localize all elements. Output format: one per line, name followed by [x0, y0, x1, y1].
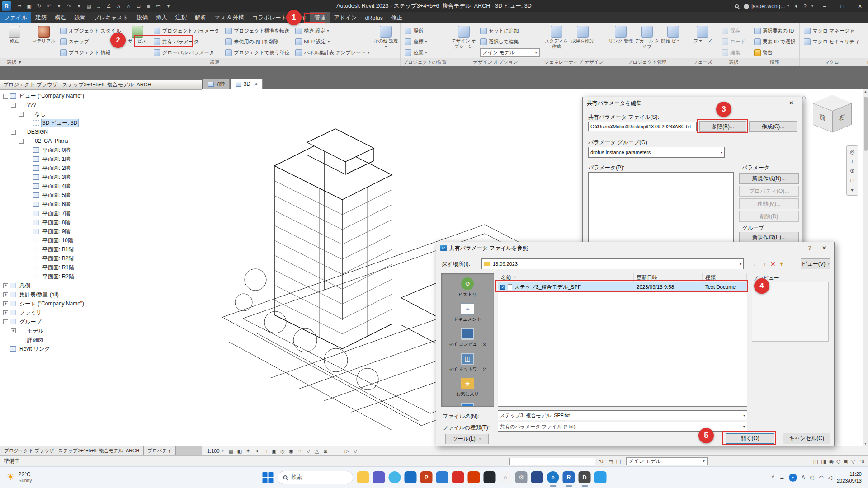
ribbon-button[interactable]: 場所 — [402, 26, 429, 36]
cancel-button[interactable]: キャンセル(C) — [783, 433, 830, 444]
taskbar-clock[interactable]: 11:20 2023/09/13 — [837, 471, 862, 484]
place-my-computer[interactable]: マイ コンピュータ — [441, 324, 494, 349]
browser-tree-item[interactable]: 平面図: 4階 — [0, 182, 202, 191]
browser-tree-item[interactable]: 平面図: 8階 — [0, 218, 202, 227]
browser-tree-item[interactable]: +シート ("Company Name") — [0, 299, 202, 308]
tray-expand-icon[interactable]: ^ — [772, 474, 774, 481]
default-3d-view-icon[interactable]: ⌂ — [124, 1, 133, 11]
browser-tree-item[interactable]: 平面図: R2階 — [0, 272, 202, 281]
account-menu[interactable]: jasper.wong... ▾ — [744, 3, 789, 9]
move-button[interactable]: 移動(M)... — [739, 198, 799, 209]
browser-tree-item[interactable]: 平面図: 10階 — [0, 236, 202, 245]
ribbon-button[interactable]: 位置▾ — [402, 47, 429, 58]
browser-tree-item[interactable]: −DESIGN — [0, 127, 202, 136]
tab-project-browser[interactable]: プロジェクト ブラウザ - ステップ3+4+5+6_複合モデル_ARCH — [0, 446, 143, 455]
up-one-level-icon[interactable]: ↑ — [763, 260, 766, 267]
selection-arrow-icon[interactable]: ▷ — [343, 447, 351, 455]
taskbar-app-github-desktop[interactable] — [484, 471, 496, 483]
browser-tree-item[interactable]: 平面図: 7階 — [0, 209, 202, 218]
start-button[interactable] — [262, 471, 274, 483]
press-drag-icon[interactable]: ▣ — [843, 458, 848, 465]
help-menu-icon[interactable]: ▾ — [811, 4, 813, 8]
revit-logo-icon[interactable]: R — [2, 1, 11, 11]
taskbar-app-revit[interactable]: R — [563, 471, 575, 483]
expand-icon[interactable]: + — [3, 283, 8, 288]
properties-button[interactable]: プロパティ(O)... — [739, 186, 799, 197]
delete-button[interactable]: 削除(D) — [739, 211, 799, 222]
ribbon-tab-マス & 外構[interactable]: マス & 外構 — [210, 12, 248, 23]
ribbon-tab-プレキャスト[interactable]: プレキャスト — [90, 12, 132, 23]
delete-icon[interactable]: ✕ — [770, 260, 776, 267]
taskbar-app-teams[interactable] — [373, 471, 385, 483]
taskbar-app-outlook[interactable] — [405, 471, 417, 483]
taskbar-app-office[interactable] — [468, 471, 480, 483]
ribbon-tab-アドイン[interactable]: アドイン — [330, 12, 361, 23]
ribbon-button[interactable]: 要素 ID で選択 — [752, 37, 797, 47]
close-icon[interactable]: ✕ — [784, 100, 798, 106]
ribbon-tab-挿入[interactable]: 挿入 — [152, 12, 171, 23]
taskbar-app-edge[interactable]: e — [547, 471, 559, 483]
ribbon-button[interactable]: パネル集計表 テンプレート▾ — [293, 47, 372, 58]
collapse-icon[interactable]: − — [3, 319, 8, 324]
expand-icon[interactable]: + — [3, 310, 8, 315]
filter-small-icon[interactable]: ▽ — [351, 447, 360, 455]
ribbon-button[interactable]: 保存 — [719, 26, 748, 36]
expand-icon[interactable]: + — [3, 301, 8, 306]
file-name-input[interactable]: ステップ3_複合モデル_SPF.txt ▾ — [498, 410, 747, 420]
ribbon-button[interactable]: プロジェクトで使う単位 — [223, 47, 292, 58]
section-icon[interactable]: ⊟ — [134, 1, 143, 11]
browser-tree-item[interactable]: +凡例 — [0, 281, 202, 290]
ribbon-button[interactable]: デカール タイプ — [634, 25, 660, 49]
ribbon-tab-解析[interactable]: 解析 — [191, 12, 210, 23]
taskbar-app-chatgpt[interactable]: ◌ — [500, 471, 512, 483]
ribbon-button[interactable]: Dynamo — [866, 25, 868, 49]
switch-windows-icon[interactable]: ▭ — [154, 1, 163, 11]
taskbar-app-skype[interactable] — [389, 471, 401, 483]
app-store-icon[interactable]: ✦ — [794, 3, 798, 9]
volume-icon[interactable]: ◁ — [828, 474, 832, 481]
constraints-icon[interactable]: ⊠ — [321, 447, 330, 455]
collapse-icon[interactable]: − — [19, 139, 24, 144]
workset-box[interactable] — [509, 458, 595, 465]
ribbon-button[interactable]: マクロ マネージャ — [802, 26, 862, 36]
pin-icon[interactable]: ◉ — [829, 458, 834, 465]
expand-icon[interactable]: + — [11, 328, 16, 333]
nav-menu-icon[interactable]: ▾ — [848, 185, 857, 194]
ribbon-button[interactable]: その他 設定▾ — [373, 25, 398, 49]
weather-widget[interactable]: ☀ 22°C Sunny — [0, 471, 38, 483]
temporary-hide-icon[interactable]: ◎ — [278, 447, 287, 455]
scrollbar-thumb[interactable] — [864, 97, 868, 151]
taskbar-app-project-app[interactable] — [436, 471, 448, 483]
taskbar-app-powerpoint[interactable]: P — [420, 471, 433, 483]
taskbar-search[interactable]: 検索 — [278, 471, 354, 484]
ribbon-tab-コラボレート[interactable]: コラボレート — [248, 12, 291, 23]
ribbon-button[interactable]: 未使用の項目を削除 — [223, 37, 292, 47]
place-history[interactable]: ↺ヒストリ — [441, 273, 494, 299]
ribbon-button[interactable]: セットに追加 — [478, 26, 540, 36]
ribbon-tab-dRofus[interactable]: dRofus — [361, 12, 387, 23]
ribbon-tab-鉄骨[interactable]: 鉄骨 — [70, 12, 90, 23]
open-file-icon[interactable]: ▱ — [14, 1, 24, 11]
viewcube[interactable]: ⌂ 前 右 — [809, 95, 856, 142]
ribbon-button[interactable]: 成果を検討 — [570, 25, 595, 49]
look-in-select[interactable]: 13.09.2023 ▾ — [481, 258, 744, 269]
vertical-scrollbar[interactable]: ▲ ▼ — [863, 89, 868, 446]
ribbon-button[interactable]: グローバル パラメータ — [151, 47, 222, 58]
filter-icon[interactable]: ▽ — [851, 458, 855, 465]
help-icon[interactable]: ? — [804, 245, 816, 251]
shadows-icon[interactable]: ◑ — [253, 447, 261, 455]
detail-level-icon[interactable]: ▦ — [227, 447, 236, 455]
ribbon-tab-修正[interactable]: 修正 — [387, 12, 406, 23]
browser-tree-item[interactable]: 平面図: 6階 — [0, 200, 202, 209]
browser-tree-item[interactable]: −ビュー ("Company Name") — [0, 91, 202, 100]
close-button[interactable]: ✕ — [854, 3, 866, 9]
ribbon-button[interactable]: スタディを作成 — [544, 25, 569, 49]
crop-region-icon[interactable]: ▣ — [270, 447, 278, 455]
close-icon[interactable]: ✕ — [818, 245, 830, 251]
ribbon-tab-建築[interactable]: 建築 — [31, 12, 51, 23]
print-icon[interactable]: ▤ — [84, 1, 94, 11]
browser-tree-item[interactable]: −なし — [0, 109, 202, 118]
shared-param-file-input[interactable]: C:¥Users¥Midori¥Desktop¥13.09.2023¥ABC.t… — [588, 122, 697, 131]
wifi-icon[interactable]: ◠ — [819, 474, 823, 481]
active-design-option-select[interactable]: メイン モデル ▾ — [626, 457, 708, 465]
